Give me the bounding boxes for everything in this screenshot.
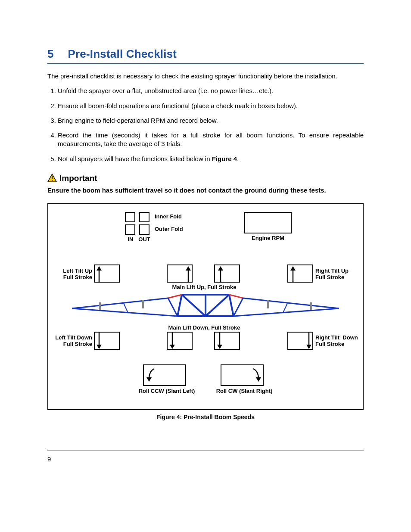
label-in: IN xyxy=(126,236,135,243)
warning-icon xyxy=(47,174,57,184)
arrow-up-icon xyxy=(290,265,296,283)
svg-line-21 xyxy=(72,298,168,308)
label-right-tilt-up: Right Tilt Up Full Stroke xyxy=(315,268,349,281)
checklist-item-5b: Figure 4 xyxy=(212,155,237,162)
checkbox-inner-fold-out[interactable] xyxy=(139,212,149,222)
svg-marker-41 xyxy=(256,377,261,382)
figure-4-box: Inner Fold Outer Fold IN OUT Engine RPM … xyxy=(47,203,364,410)
arrow-up-icon xyxy=(185,265,192,283)
svg-rect-31 xyxy=(310,302,312,310)
page-number: 9 xyxy=(47,455,364,463)
checklist-item-5c: . xyxy=(237,155,239,162)
svg-rect-29 xyxy=(142,300,144,308)
arrow-up-icon xyxy=(217,265,224,283)
section-title: Pre-Install Checklist xyxy=(68,47,177,60)
boom-truss-icon xyxy=(57,290,354,325)
svg-rect-28 xyxy=(99,302,101,310)
arrow-down-icon xyxy=(169,332,176,350)
label-outer-fold: Outer Fold xyxy=(155,226,183,233)
svg-line-24 xyxy=(234,308,339,316)
svg-line-22 xyxy=(168,298,177,316)
svg-line-25 xyxy=(243,298,339,308)
label-main-lift-up: Main Lift Up, Full Stroke xyxy=(165,284,244,291)
svg-line-23 xyxy=(124,303,128,313)
input-engine-rpm[interactable] xyxy=(244,212,292,233)
svg-line-14 xyxy=(229,295,234,316)
label-right-tilt-down: Right Tilt Down Full Stroke xyxy=(315,335,358,348)
svg-marker-35 xyxy=(170,345,175,349)
svg-marker-8 xyxy=(218,266,223,271)
checklist-item-5a: Not all sprayers will have the functions… xyxy=(58,155,212,162)
svg-line-20 xyxy=(72,308,177,316)
checklist-item-4: Record the time (seconds) it takes for a… xyxy=(58,131,364,149)
svg-marker-39 xyxy=(306,345,311,349)
svg-marker-6 xyxy=(186,266,191,271)
svg-line-16 xyxy=(206,295,229,316)
checkbox-inner-fold-in[interactable] xyxy=(125,212,135,222)
svg-line-15 xyxy=(182,295,206,316)
arrow-down-icon xyxy=(96,332,103,350)
svg-marker-10 xyxy=(290,266,296,271)
checkbox-outer-fold-in[interactable] xyxy=(125,224,135,235)
roll-ccw-icon xyxy=(146,367,157,384)
checklist-item-1: Unfold the sprayer over a flat, unobstru… xyxy=(58,87,364,95)
important-text: Ensure the boom has sufficient travel so… xyxy=(47,186,364,195)
checklist: Unfold the sprayer over a flat, unobstru… xyxy=(47,87,364,163)
svg-rect-30 xyxy=(267,300,269,308)
figure-caption: Figure 4: Pre-Install Boom Speeds xyxy=(47,414,364,420)
checklist-item-2: Ensure all boom-fold operations are func… xyxy=(58,102,364,110)
important-label: Important xyxy=(59,174,97,183)
label-main-lift-down: Main Lift Down, Full Stroke xyxy=(165,325,244,331)
roll-cw-icon xyxy=(251,367,262,384)
label-roll-ccw: Roll CCW (Slant Left) xyxy=(134,388,199,395)
section-number: 5 xyxy=(47,47,65,61)
important-heading: Important xyxy=(47,174,364,184)
arrow-up-icon xyxy=(96,265,103,283)
svg-marker-33 xyxy=(97,345,102,349)
checkbox-outer-fold-out[interactable] xyxy=(139,224,149,235)
svg-line-27 xyxy=(283,303,287,313)
arrow-down-icon xyxy=(305,332,312,350)
footer-rule xyxy=(47,451,364,451)
checklist-item-5: Not all sprayers will have the functions… xyxy=(58,155,364,163)
svg-marker-37 xyxy=(217,345,222,349)
svg-marker-4 xyxy=(97,266,102,271)
arrow-down-icon xyxy=(216,332,223,350)
label-out: OUT xyxy=(137,236,151,243)
svg-line-18 xyxy=(168,295,182,298)
svg-line-26 xyxy=(234,298,243,316)
label-roll-cw: Roll CW (Slant Right) xyxy=(212,388,277,395)
checklist-item-3: Bring engine to field-operational RPM an… xyxy=(58,116,364,125)
label-inner-fold: Inner Fold xyxy=(155,214,182,220)
svg-line-19 xyxy=(229,295,243,298)
svg-rect-2 xyxy=(52,180,53,180)
svg-rect-1 xyxy=(52,176,53,179)
label-engine-rpm: Engine RPM xyxy=(244,235,292,242)
svg-marker-40 xyxy=(146,377,152,382)
section-heading: 5 Pre-Install Checklist xyxy=(47,47,364,64)
label-left-tilt-up: Left Tilt Up Full Stroke xyxy=(56,268,92,281)
label-left-tilt-down: Left Tilt Down Full Stroke xyxy=(51,335,92,348)
svg-line-13 xyxy=(177,295,182,316)
intro-paragraph: The pre-install checklist is necessary t… xyxy=(47,72,364,81)
